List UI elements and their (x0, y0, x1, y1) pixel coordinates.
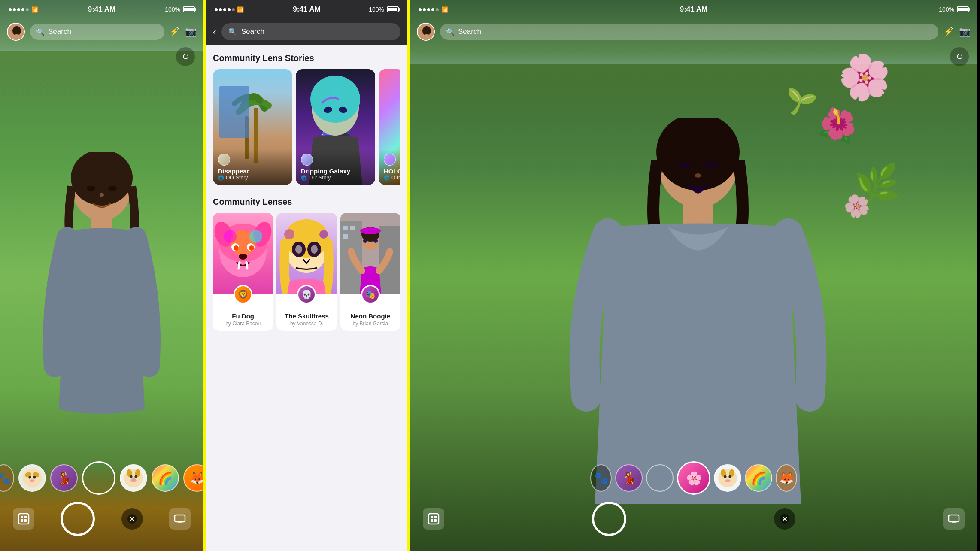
fudog-author: by Clara Bacou (225, 321, 261, 327)
svg-point-67 (373, 239, 378, 243)
skulltress-avatar: 💀 (297, 285, 316, 304)
left-phone-screen: 📶 9:41 AM 100% 🔍 Search ⚡✕ 📷 (0, 0, 206, 551)
status-right-middle: 100% (369, 6, 399, 13)
svg-point-57 (319, 230, 328, 239)
search-input-middle[interactable]: 🔍 Search (221, 23, 400, 40)
svg-rect-86 (434, 516, 437, 518)
shutter-button-right[interactable] (592, 502, 626, 536)
chat-button-right[interactable] (943, 508, 965, 530)
story-avatar-galaxy (301, 154, 313, 166)
close-button-bottom-right[interactable] (774, 508, 795, 530)
story-card-holo[interactable]: HOLO 🌐 Our (379, 69, 400, 185)
story-card-overlay-galaxy: Dripping Galaxy 🌐 Our Story (296, 149, 375, 185)
person-silhouette-right (501, 118, 887, 504)
search-results-panel: 📶 9:41 AM 100% ‹ 🔍 Search Community Lens… (206, 0, 407, 551)
svg-point-14 (28, 476, 31, 478)
avatar-right[interactable] (417, 23, 435, 41)
search-bar-right[interactable]: 🔍 Search (440, 24, 938, 40)
signal-strength (9, 8, 29, 11)
lens-flower-active-right[interactable]: 🌸 (677, 461, 710, 495)
svg-point-68 (360, 227, 381, 234)
back-button-middle[interactable]: ‹ (213, 26, 216, 38)
lens-item-dog-snap-left[interactable] (120, 464, 147, 492)
svg-rect-23 (18, 514, 29, 524)
chat-icon-right (948, 513, 960, 525)
lens-dog-right[interactable] (714, 464, 741, 492)
story-avatar-disappear (218, 154, 230, 166)
person-silhouette-left (33, 152, 170, 504)
neon-boogie-author: by Brian Garcia (352, 321, 388, 327)
neon-boogie-avatar: 🎭 (361, 285, 380, 304)
memories-icon-left (18, 513, 30, 525)
signal-right (419, 8, 439, 11)
svg-point-66 (363, 239, 367, 243)
close-icon-right (780, 514, 789, 524)
top-icons-left: ⚡✕ 📷 (170, 26, 197, 37)
search-row-middle: ‹ 🔍 Search (206, 19, 407, 45)
lens-item-purple-dance-left[interactable]: 💃 (50, 464, 78, 492)
lens-item-rainbow-left[interactable]: 🌈 (152, 464, 179, 492)
lens-item-fox-left[interactable]: 🦊 (183, 464, 206, 492)
lens-item-partial-left[interactable]: 🐾 (0, 464, 14, 492)
battery-text-right: 100% (939, 6, 954, 13)
search-bar-left[interactable]: 🔍 Search (30, 24, 164, 40)
lens-partial-right-right[interactable]: 🦊 (776, 464, 797, 492)
svg-point-48 (249, 245, 254, 251)
svg-point-7 (12, 26, 21, 36)
signal-middle (215, 8, 235, 11)
skulltress-info: 💀 The Skulltress by Vanessa D. (276, 294, 337, 331)
story-source-holo: 🌐 Our (384, 175, 399, 181)
svg-rect-62 (350, 226, 355, 230)
search-text-left: Search (48, 27, 71, 36)
svg-point-35 (310, 76, 360, 123)
chat-button-left[interactable] (169, 508, 191, 530)
wifi-middle: 📶 (237, 6, 244, 13)
svg-rect-87 (431, 519, 433, 522)
story-card-overlay-holo: HOLO 🌐 Our (379, 149, 400, 185)
story-card-galaxy[interactable]: 🌌 (296, 69, 375, 185)
flash-icon-left[interactable]: ⚡✕ (170, 27, 179, 36)
svg-point-55 (311, 245, 318, 254)
svg-point-15 (33, 476, 36, 478)
flip-camera-icon-left[interactable]: 📷 (185, 26, 197, 37)
close-button-bottom-left[interactable] (121, 508, 143, 530)
lens-item-plain-active-left[interactable] (82, 461, 115, 495)
svg-point-49 (239, 254, 247, 260)
lens-plain-right[interactable] (646, 464, 674, 492)
close-icon-left (127, 514, 137, 524)
lens-card-fudog[interactable]: 🦁 Fu Dog by Clara Bacou (213, 213, 273, 331)
story-source-galaxy: 🌐 Our Story (301, 175, 370, 181)
avatar-left[interactable] (7, 23, 25, 41)
memories-button-right[interactable] (423, 508, 444, 530)
svg-rect-63 (343, 234, 348, 239)
neon-boogie-preview (340, 213, 400, 294)
svg-rect-26 (21, 519, 23, 522)
search-icon-right: 🔍 (446, 28, 455, 36)
lens-card-neon-boogie[interactable]: 🎭 Neon Boogie by Brian Garcia (340, 213, 400, 331)
rotate-lens-button-right[interactable]: ↻ (950, 47, 969, 66)
lens-partial-left-right[interactable]: 🐾 (590, 464, 612, 492)
memories-button-left[interactable] (13, 508, 34, 530)
lens-purple-right[interactable]: 💃 (615, 464, 643, 492)
status-bar-left: 📶 9:41 AM 100% (0, 0, 203, 19)
rotate-lens-button-left[interactable]: ↻ (176, 47, 195, 66)
svg-point-54 (295, 245, 302, 254)
lens-rainbow-right[interactable]: 🌈 (745, 464, 772, 492)
shutter-button-left[interactable] (61, 502, 95, 536)
lens-item-dog-left[interactable] (18, 464, 46, 492)
svg-rect-61 (343, 226, 348, 230)
flash-icon-right[interactable]: ⚡✕ (944, 27, 953, 36)
svg-rect-27 (24, 519, 27, 522)
status-time-middle: 9:41 AM (293, 5, 321, 14)
flip-camera-icon-right[interactable]: 📷 (959, 26, 971, 37)
fudog-avatar: 🦁 (234, 285, 252, 304)
story-card-disappear[interactable]: Disappear 🌐 Our Story (213, 69, 292, 185)
svg-rect-84 (428, 514, 439, 524)
search-icon-middle: 🔍 (228, 28, 237, 36)
status-bar-left-section: 📶 (9, 6, 38, 13)
status-bar-right-section: 100% (165, 6, 195, 13)
story-avatar-holo (384, 154, 396, 166)
lens-card-skulltress[interactable]: 💀 The Skulltress by Vanessa D. (276, 213, 337, 331)
svg-point-43 (224, 230, 237, 243)
lens-carousel-left: 🐾 💃 🌈 (0, 461, 203, 495)
